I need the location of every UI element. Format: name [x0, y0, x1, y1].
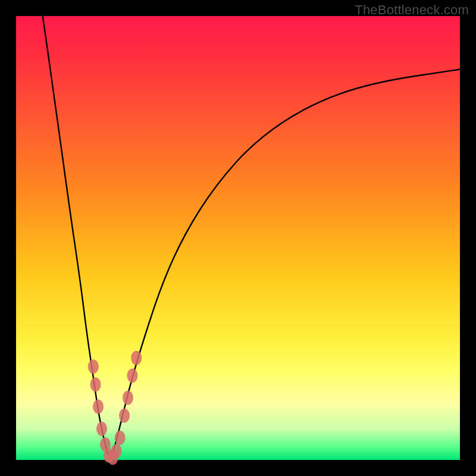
- marker-point: [93, 399, 104, 414]
- marker-point: [88, 359, 99, 374]
- marker-point: [123, 391, 133, 405]
- marker-point: [127, 368, 137, 383]
- marker-point: [115, 431, 126, 445]
- bottleneck-curve-chart: [16, 16, 460, 460]
- marker-point: [111, 444, 122, 458]
- marker-point: [119, 408, 130, 422]
- highlight-markers: [88, 350, 142, 465]
- marker-point: [90, 377, 101, 392]
- curve-right-branch: [111, 70, 460, 460]
- marker-point: [131, 350, 142, 365]
- curve-left-branch: [43, 16, 111, 460]
- marker-point: [96, 422, 107, 436]
